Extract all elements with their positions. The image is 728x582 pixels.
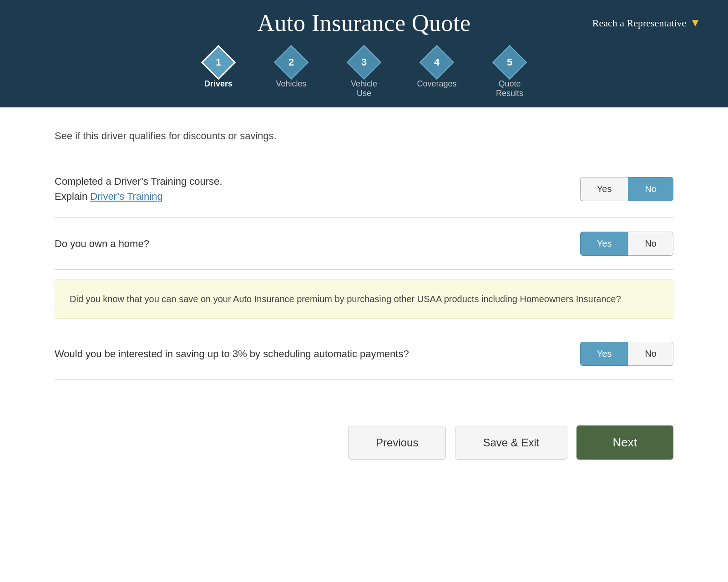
step-2-number: 2 [288,56,294,68]
step-3-diamond: 3 [347,45,381,80]
page-header: Auto Insurance Quote Reach a Representat… [0,0,728,46]
auto-payments-row: Would you be interested in saving up to … [55,328,673,380]
step-2-diamond: 2 [274,45,308,80]
auto-payments-btn-group: Yes No [580,342,673,366]
step-1-label: Drivers [204,79,233,89]
next-button[interactable]: Next [576,425,673,460]
auto-payments-yes-button[interactable]: Yes [580,342,628,366]
own-home-row: Do you own a home? Yes No [55,218,673,270]
step-4-coverages[interactable]: 4 Coverages [400,50,473,98]
drivers-training-btn-group: Yes No [580,177,673,201]
step-3-number: 3 [361,56,367,68]
intro-text: See if this driver qualifies for discoun… [55,130,673,142]
step-1-number: 1 [216,56,221,68]
step-1-diamond: 1 [201,45,236,80]
info-box-text: Did you know that you can save on your A… [70,294,621,304]
drivers-training-yes-button[interactable]: Yes [580,177,628,201]
step-5-quote-results[interactable]: 5 QuoteResults [473,50,546,98]
step-5-label: QuoteResults [496,79,523,98]
own-home-btn-group: Yes No [580,232,673,256]
step-2-vehicles[interactable]: 2 Vehicles [255,50,328,98]
info-box: Did you know that you can save on your A… [55,279,673,319]
step-2-label: Vehicles [276,79,306,89]
save-exit-button[interactable]: Save & Exit [455,426,567,460]
reach-rep-label: Reach a Representative [592,17,686,29]
drivers-training-label: Completed a Driver’s Training course. Ex… [55,174,553,204]
auto-payments-label: Would you be interested in saving up to … [55,346,553,361]
drivers-training-no-button[interactable]: No [628,177,673,201]
previous-button[interactable]: Previous [348,426,446,460]
auto-payments-no-button[interactable]: No [628,342,673,366]
step-5-diamond: 5 [492,45,527,80]
footer-buttons: Previous Save & Exit Next [0,398,728,478]
page-title: Auto Insurance Quote [257,10,470,36]
main-content: See if this driver qualifies for discoun… [0,107,728,398]
step-4-number: 4 [434,56,440,68]
own-home-no-button[interactable]: No [628,232,673,256]
drivers-training-link[interactable]: Driver’s Training [90,191,162,202]
reach-representative-button[interactable]: Reach a Representative ▼ [592,17,701,29]
own-home-yes-button[interactable]: Yes [580,232,628,256]
step-3-vehicle-use[interactable]: 3 VehicleUse [328,50,400,98]
step-1-drivers[interactable]: 1 Drivers [182,50,255,98]
step-5-number: 5 [507,56,512,68]
chevron-down-icon: ▼ [690,17,701,29]
step-3-label: VehicleUse [351,79,377,98]
steps-navigation: 1 Drivers 2 Vehicles 3 VehicleUse 4 Cove… [0,46,728,107]
drivers-training-row: Completed a Driver’s Training course. Ex… [55,160,673,218]
own-home-label: Do you own a home? [55,236,553,251]
step-4-diamond: 4 [420,45,454,80]
step-4-label: Coverages [417,79,456,89]
